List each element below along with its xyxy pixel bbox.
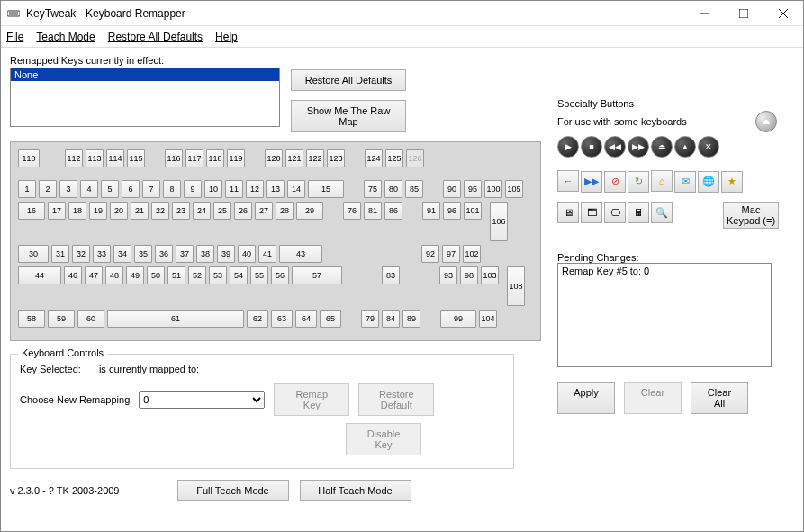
search-icon[interactable]: 🔍 xyxy=(651,202,673,223)
play-icon[interactable]: ▶ xyxy=(557,136,579,158)
key-89[interactable]: 89 xyxy=(402,310,420,328)
restore-default-button[interactable]: Restore Default xyxy=(358,383,434,416)
show-raw-map-button[interactable]: Show Me The Raw Map xyxy=(291,100,406,132)
key-86[interactable]: 86 xyxy=(384,202,402,220)
minimize-button[interactable] xyxy=(684,2,724,25)
key-58[interactable]: 58 xyxy=(18,310,45,328)
key-15[interactable]: 15 xyxy=(308,180,344,198)
key-21[interactable]: 21 xyxy=(131,202,149,220)
key-115[interactable]: 115 xyxy=(127,149,145,167)
key-84[interactable]: 84 xyxy=(382,310,400,328)
menu-restore-all-defaults[interactable]: Restore All Defaults xyxy=(108,31,203,43)
remap-key-button[interactable]: Remap Key xyxy=(274,383,349,416)
key-22[interactable]: 22 xyxy=(151,202,169,220)
key-122[interactable]: 122 xyxy=(306,149,324,167)
key-27[interactable]: 27 xyxy=(255,202,273,220)
key-95[interactable]: 95 xyxy=(464,180,482,198)
key-41[interactable]: 41 xyxy=(258,245,276,263)
globe-icon[interactable]: 🌐 xyxy=(698,171,719,193)
clear-all-button[interactable]: Clear All xyxy=(691,382,748,414)
key-105[interactable]: 105 xyxy=(505,180,523,198)
close-button[interactable] xyxy=(763,2,803,25)
key-61[interactable]: 61 xyxy=(107,310,244,328)
key-85[interactable]: 85 xyxy=(405,180,423,198)
menu-help[interactable]: Help xyxy=(215,31,238,43)
key-116[interactable]: 116 xyxy=(165,149,183,167)
key-39[interactable]: 39 xyxy=(217,245,235,263)
key-106[interactable]: 106 xyxy=(490,202,508,241)
restore-all-defaults-button[interactable]: Restore All Defaults xyxy=(291,69,406,91)
refresh-icon[interactable]: ↻ xyxy=(628,171,649,193)
key-64[interactable]: 64 xyxy=(295,310,317,328)
key-102[interactable]: 102 xyxy=(463,245,481,263)
key-36[interactable]: 36 xyxy=(155,245,173,263)
clear-button[interactable]: Clear xyxy=(624,382,682,414)
key-108[interactable]: 108 xyxy=(507,266,525,306)
key-7[interactable]: 7 xyxy=(142,180,160,198)
key-23[interactable]: 23 xyxy=(172,202,190,220)
key-25[interactable]: 25 xyxy=(213,202,231,220)
key-124[interactable]: 124 xyxy=(365,149,383,167)
key-19[interactable]: 19 xyxy=(89,202,107,220)
key-17[interactable]: 17 xyxy=(48,202,66,220)
menu-file[interactable]: File xyxy=(6,31,23,43)
monitor-icon[interactable]: 🖵 xyxy=(604,202,626,223)
key-2[interactable]: 2 xyxy=(39,180,57,198)
key-26[interactable]: 26 xyxy=(234,202,252,220)
mac-keypad-button[interactable]: Mac Keypad (=) xyxy=(723,202,779,229)
key-11[interactable]: 11 xyxy=(225,180,243,198)
key-8[interactable]: 8 xyxy=(163,180,181,198)
mute-icon[interactable]: ✕ xyxy=(698,136,719,158)
key-91[interactable]: 91 xyxy=(422,202,440,220)
key-79[interactable]: 79 xyxy=(361,310,379,328)
back-icon[interactable]: ← xyxy=(557,170,579,192)
key-96[interactable]: 96 xyxy=(443,202,461,220)
key-101[interactable]: 101 xyxy=(464,202,482,220)
key-119[interactable]: 119 xyxy=(227,149,245,167)
key-103[interactable]: 103 xyxy=(481,266,499,284)
key-24[interactable]: 24 xyxy=(193,202,211,220)
key-44[interactable]: 44 xyxy=(18,266,61,284)
stop-icon[interactable]: ■ xyxy=(581,136,602,158)
key-3[interactable]: 3 xyxy=(59,180,77,198)
desktop-icon[interactable]: 🗔 xyxy=(581,202,602,223)
key-125[interactable]: 125 xyxy=(385,149,403,167)
key-121[interactable]: 121 xyxy=(285,149,303,167)
key-98[interactable]: 98 xyxy=(460,266,478,284)
key-6[interactable]: 6 xyxy=(122,180,140,198)
key-75[interactable]: 75 xyxy=(364,180,382,198)
key-53[interactable]: 53 xyxy=(209,266,227,284)
key-76[interactable]: 76 xyxy=(343,202,361,220)
key-110[interactable]: 110 xyxy=(18,149,40,167)
key-63[interactable]: 63 xyxy=(271,310,293,328)
key-46[interactable]: 46 xyxy=(64,266,82,284)
key-80[interactable]: 80 xyxy=(384,180,402,198)
key-13[interactable]: 13 xyxy=(266,180,285,198)
key-117[interactable]: 117 xyxy=(185,149,203,167)
key-126[interactable]: 126 xyxy=(406,149,424,167)
key-62[interactable]: 62 xyxy=(247,310,268,328)
full-teach-mode-button[interactable]: Full Teach Mode xyxy=(177,480,289,501)
volup-icon[interactable]: ▲ xyxy=(674,136,696,158)
stop-red-icon[interactable]: ⊘ xyxy=(604,171,626,193)
key-123[interactable]: 123 xyxy=(327,149,345,167)
key-113[interactable]: 113 xyxy=(86,149,104,167)
calculator-icon[interactable]: 🖩 xyxy=(628,202,649,223)
key-120[interactable]: 120 xyxy=(265,149,283,167)
key-1[interactable]: 1 xyxy=(18,180,36,198)
key-30[interactable]: 30 xyxy=(18,245,49,263)
key-35[interactable]: 35 xyxy=(134,245,152,263)
key-51[interactable]: 51 xyxy=(167,266,185,284)
key-14[interactable]: 14 xyxy=(287,180,305,198)
eject-icon[interactable]: ⏏ xyxy=(651,136,673,158)
key-81[interactable]: 81 xyxy=(364,202,382,220)
key-112[interactable]: 112 xyxy=(65,149,83,167)
key-93[interactable]: 93 xyxy=(439,266,457,284)
remapping-dropdown[interactable]: 0 xyxy=(139,391,265,409)
key-9[interactable]: 9 xyxy=(184,180,202,198)
key-59[interactable]: 59 xyxy=(48,310,75,328)
key-20[interactable]: 20 xyxy=(110,202,128,220)
key-29[interactable]: 29 xyxy=(296,202,323,220)
key-118[interactable]: 118 xyxy=(206,149,224,167)
key-16[interactable]: 16 xyxy=(18,202,45,220)
